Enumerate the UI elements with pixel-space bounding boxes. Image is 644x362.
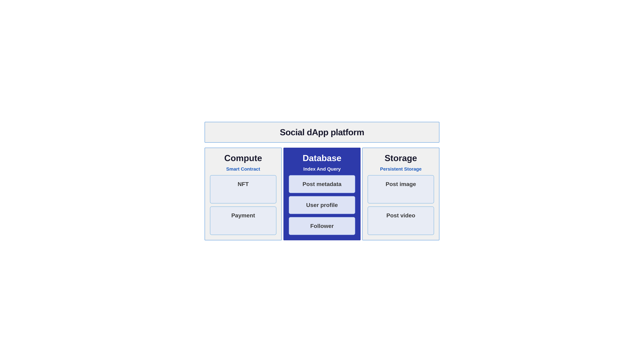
diagram-wrapper: Social dApp platform Compute Smart Contr… [204, 122, 440, 240]
storage-items: Post image Post video [368, 175, 434, 235]
storage-subtitle: Persistent Storage [368, 166, 434, 172]
storage-item-post-video: Post video [368, 206, 434, 235]
storage-title: Storage [368, 153, 434, 163]
column-compute: Compute Smart Contract NFT Payment [204, 148, 282, 240]
database-item-follower: Follower [289, 217, 355, 235]
database-item-user-profile-label: User profile [306, 202, 338, 208]
compute-items: NFT Payment [210, 175, 276, 235]
compute-subtitle: Smart Contract [210, 166, 276, 172]
database-item-post-metadata: Post metadata [289, 175, 355, 193]
storage-item-post-image: Post image [368, 175, 434, 204]
page-title: Social dApp platform [280, 127, 364, 137]
storage-item-post-video-label: Post video [386, 212, 415, 219]
compute-item-nft: NFT [210, 175, 276, 204]
column-storage: Storage Persistent Storage Post image Po… [362, 148, 440, 240]
columns-container: Compute Smart Contract NFT Payment Datab… [204, 148, 440, 240]
database-item-post-metadata-label: Post metadata [302, 181, 342, 187]
database-subtitle: Index And Query [289, 166, 355, 172]
database-items: Post metadata User profile Follower [289, 175, 355, 235]
compute-item-nft-label: NFT [238, 181, 249, 187]
database-item-follower-label: Follower [310, 223, 334, 229]
compute-title: Compute [210, 153, 276, 163]
header-box: Social dApp platform [204, 122, 440, 143]
compute-item-payment-label: Payment [231, 212, 255, 219]
database-title: Database [289, 153, 355, 163]
compute-item-payment: Payment [210, 206, 276, 235]
storage-item-post-image-label: Post image [386, 181, 416, 187]
database-item-user-profile: User profile [289, 196, 355, 214]
column-database: Database Index And Query Post metadata U… [284, 148, 360, 240]
